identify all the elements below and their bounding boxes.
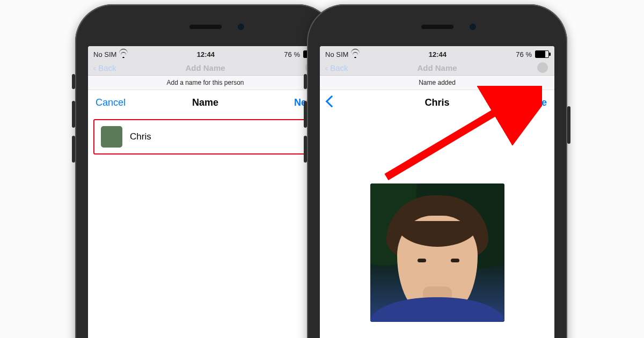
volume-up (304, 101, 307, 128)
person-photo (370, 183, 504, 322)
battery-icon (535, 50, 549, 58)
chevron-left-icon (326, 95, 338, 107)
volume-down (72, 136, 75, 163)
status-bar: No SIM 12:44 76 % (88, 46, 323, 62)
background-nav: ‹ Back Add Name (88, 62, 323, 76)
background-back: ‹ Back (93, 63, 116, 72)
cancel-button[interactable]: Cancel (96, 97, 126, 108)
carrier-label: No SIM (93, 50, 116, 58)
earpiece (421, 25, 453, 29)
suggestion-avatar (101, 126, 122, 148)
name-suggestion-row[interactable]: Chris (93, 119, 317, 155)
battery-pct: 76 % (516, 50, 532, 58)
suggestion-name-label: Chris (130, 131, 151, 142)
back-button[interactable] (327, 97, 338, 108)
wifi-icon (352, 50, 359, 58)
background-title: Add Name (417, 63, 457, 72)
status-bar: No SIM 12:44 76 % (320, 46, 554, 62)
sheet-content: Chris q w e r t y u i o p (88, 114, 323, 338)
mute-switch (304, 74, 307, 89)
background-title: Add Name (185, 63, 225, 72)
screen-left: No SIM 12:44 76 % ‹ Back Add Name Add a … (88, 46, 323, 338)
front-camera (238, 24, 244, 30)
volume-up (72, 101, 75, 128)
sheet-caption: Add a name for this person (88, 76, 323, 90)
annotation-arrow (376, 86, 542, 188)
sheet-navbar: Cancel Name Next (88, 90, 323, 115)
svg-line-1 (386, 102, 513, 177)
wifi-icon (120, 50, 127, 58)
power-button (567, 106, 570, 144)
clock: 12:44 (197, 50, 215, 58)
battery-pct: 76 % (284, 50, 300, 58)
background-avatar (537, 62, 548, 73)
carrier-label: No SIM (325, 50, 348, 58)
mute-switch (72, 74, 75, 89)
volume-down (304, 136, 307, 163)
background-nav: ‹ Back Add Name (320, 62, 554, 76)
earpiece (189, 25, 222, 29)
phone-mockup-left: No SIM 12:44 76 % ‹ Back Add Name Add a … (75, 4, 335, 338)
background-back: ‹ Back (325, 63, 348, 72)
clock: 12:44 (429, 50, 447, 58)
front-camera (470, 24, 476, 30)
